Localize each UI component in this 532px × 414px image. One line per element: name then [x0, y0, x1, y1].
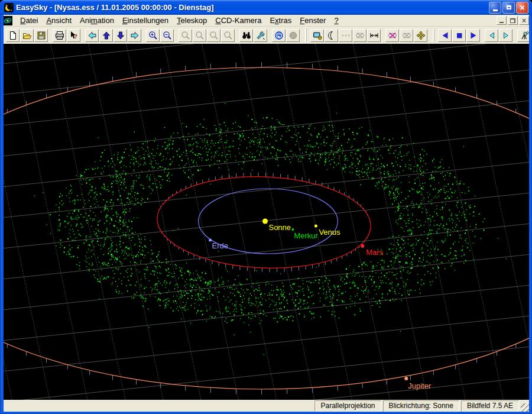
world-time-button[interactable]	[272, 29, 286, 42]
restore-button[interactable]	[502, 2, 515, 14]
menu-datei[interactable]: Datei	[16, 15, 42, 25]
mdi-restore-button[interactable]	[508, 16, 518, 25]
search-object-button[interactable]	[239, 29, 253, 42]
zoom-preset-4-button	[221, 29, 235, 42]
step-forward-button[interactable]	[499, 29, 512, 42]
mdi-close-button[interactable]: ×	[519, 16, 529, 25]
toolbar: ?	[1, 27, 531, 44]
mdi-close-icon: ×	[522, 18, 526, 24]
minimize-button[interactable]	[489, 2, 501, 14]
sun-label: Sonne	[268, 223, 291, 232]
pan-right-button[interactable]	[128, 29, 141, 42]
status-field-of-view: Bildfeld 7.5 AE	[461, 400, 519, 412]
animate-stop-button[interactable]	[452, 29, 466, 42]
planet-label: Venus	[319, 228, 340, 237]
planet-label: Mars	[366, 248, 383, 257]
magnifier-gray-icon	[209, 31, 219, 40]
moon-phase-button[interactable]	[325, 29, 338, 42]
open-file-button[interactable]	[20, 29, 34, 42]
window-frame-bottom	[0, 412, 532, 414]
cross-ellipse-gray-icon	[355, 31, 365, 40]
magnifier-gray-icon	[195, 31, 205, 40]
planet-label: Erde	[212, 241, 228, 250]
toggle-orbits-button[interactable]	[385, 29, 399, 42]
sky-view[interactable]: SonneMerkurVenusErdeMarsJupiter	[4, 44, 529, 400]
toolbar-group	[434, 29, 481, 42]
nav-left-icon	[87, 31, 97, 40]
svg-text:?: ?	[74, 32, 77, 39]
pan-up-button[interactable]	[99, 29, 113, 42]
close-icon: ×	[520, 4, 524, 12]
minimize-icon	[493, 9, 498, 11]
pan-down-button[interactable]	[113, 29, 127, 42]
menu-?[interactable]: ?	[330, 15, 342, 25]
moon-icon	[327, 31, 336, 40]
measure-distance-button[interactable]	[367, 29, 381, 42]
nav-right-icon	[130, 31, 140, 40]
play-right-icon	[469, 31, 478, 40]
close-button[interactable]: ×	[516, 2, 528, 14]
world-clock-icon	[274, 31, 284, 40]
menu-extras[interactable]: Extras	[265, 15, 296, 25]
step-right-icon	[501, 31, 511, 40]
zoom-preset-3-button	[207, 29, 220, 42]
zoom-out-icon	[163, 31, 172, 40]
toolbar-group	[485, 29, 513, 42]
save-file-button[interactable]	[34, 29, 48, 42]
toolbar-group	[272, 29, 300, 42]
menu-animation[interactable]: Animation	[76, 15, 118, 25]
dots-gray-icon	[341, 31, 351, 40]
wrench-icon	[256, 31, 265, 40]
pan-left-button[interactable]	[85, 29, 99, 42]
move-arrows-icon	[416, 31, 426, 40]
status-view-direction: Blickrichtung: Sonne	[383, 400, 459, 412]
window-frame-right	[529, 15, 532, 414]
nav-up-icon	[102, 31, 111, 40]
center-move-button[interactable]	[414, 29, 427, 42]
magnifier-gray-icon	[223, 31, 233, 40]
toolbar-group	[385, 29, 428, 42]
planet-label: Merkur	[294, 231, 318, 240]
zoom-out-button[interactable]	[160, 29, 174, 42]
menu-einstellungen[interactable]: Einstellungen	[118, 15, 173, 25]
toolbar-group	[146, 29, 174, 42]
settings-tools-button[interactable]	[254, 29, 267, 42]
printer-icon	[55, 31, 64, 40]
resize-grip[interactable]	[521, 403, 529, 412]
menu-fenster[interactable]: Fenster	[296, 15, 330, 25]
toolbar-group: ?	[53, 29, 81, 42]
window-frame-left	[0, 15, 4, 414]
ruler-icon	[369, 31, 379, 40]
context-help-button[interactable]: ?	[67, 29, 80, 42]
planet-erde: Erde	[209, 239, 228, 251]
new-file-button[interactable]	[6, 29, 20, 42]
mdi-minimize-icon	[499, 22, 504, 23]
magnifier-gray-icon	[181, 31, 190, 40]
mdi-minimize-button[interactable]	[497, 16, 507, 25]
play-left-icon	[440, 31, 450, 40]
animate-forward-button[interactable]	[466, 29, 480, 42]
toolbar-group	[306, 29, 381, 42]
print-button[interactable]	[53, 29, 66, 42]
toolbar-group	[239, 29, 268, 42]
planet-mars: Mars	[361, 244, 383, 257]
zoom-in-icon	[148, 31, 158, 40]
day-night-view-button[interactable]	[310, 29, 324, 42]
zoom-in-button[interactable]	[146, 29, 160, 42]
window-title: EasySky - [Nysas.ess / 11.01.2005 00:00:…	[16, 3, 489, 12]
step-backward-button[interactable]	[485, 29, 498, 42]
menu-teleskop[interactable]: Teleskop	[173, 15, 211, 25]
nav-down-icon	[116, 31, 125, 40]
menu-ansicht[interactable]: Ansicht	[42, 15, 76, 25]
easysky-window: EasySky - [Nysas.ess / 11.01.2005 00:00:…	[0, 0, 532, 414]
title-bar[interactable]: EasySky - [Nysas.ess / 11.01.2005 00:00:…	[0, 0, 532, 15]
more-options-button	[339, 29, 352, 42]
animate-backward-button[interactable]	[438, 29, 452, 42]
menu-ccdkamera[interactable]: CCD-Kamera	[211, 15, 265, 25]
planet-jupiter: Jupiter	[404, 377, 432, 390]
toolbar-group	[6, 29, 48, 42]
circle-gray-icon	[288, 31, 298, 40]
telescope-icon	[520, 31, 529, 40]
hide-horizon-button	[353, 29, 366, 42]
help-arrow-icon: ?	[69, 31, 79, 40]
